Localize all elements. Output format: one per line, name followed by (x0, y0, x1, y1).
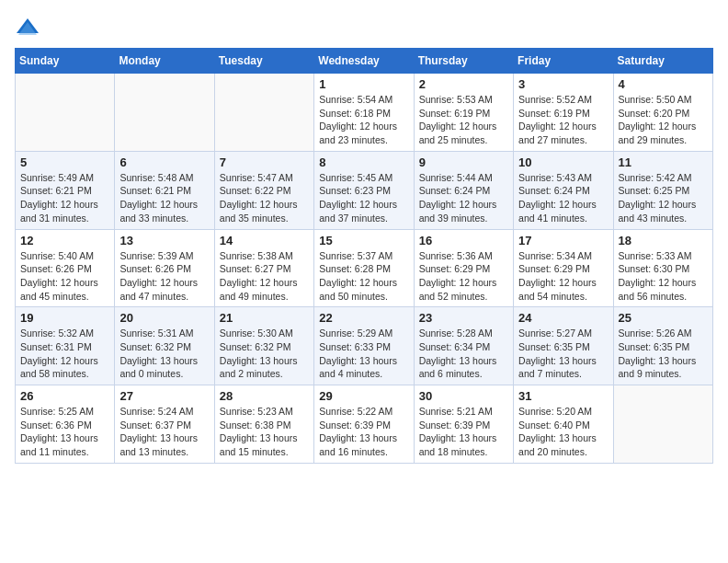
calendar-cell (115, 74, 214, 152)
day-info: Sunrise: 5:44 AM Sunset: 6:24 PM Dayligh… (419, 171, 508, 225)
calendar-cell: 9Sunrise: 5:44 AM Sunset: 6:24 PM Daylig… (414, 151, 513, 229)
day-number: 27 (119, 389, 209, 403)
day-info: Sunrise: 5:21 AM Sunset: 6:39 PM Dayligh… (419, 405, 508, 459)
day-info: Sunrise: 5:31 AM Sunset: 6:32 PM Dayligh… (119, 327, 209, 381)
header-day-thursday: Thursday (414, 49, 513, 74)
calendar-cell: 20Sunrise: 5:31 AM Sunset: 6:32 PM Dayli… (115, 307, 214, 385)
day-info: Sunrise: 5:53 AM Sunset: 6:19 PM Dayligh… (419, 93, 508, 147)
calendar-cell: 22Sunrise: 5:29 AM Sunset: 6:33 PM Dayli… (314, 307, 414, 385)
day-number: 14 (220, 234, 309, 247)
day-number: 9 (419, 155, 508, 169)
day-number: 3 (518, 77, 608, 91)
day-info: Sunrise: 5:47 AM Sunset: 6:22 PM Dayligh… (220, 171, 309, 225)
day-number: 16 (419, 234, 508, 247)
calendar-cell: 25Sunrise: 5:26 AM Sunset: 6:35 PM Dayli… (613, 307, 712, 385)
day-info: Sunrise: 5:26 AM Sunset: 6:35 PM Dayligh… (619, 327, 708, 381)
day-info: Sunrise: 5:39 AM Sunset: 6:26 PM Dayligh… (119, 249, 209, 304)
calendar-table: SundayMondayTuesdayWednesdayThursdayFrid… (15, 48, 713, 464)
day-number: 24 (518, 311, 608, 325)
day-info: Sunrise: 5:24 AM Sunset: 6:37 PM Dayligh… (119, 405, 209, 459)
day-number: 18 (619, 234, 708, 247)
calendar-cell: 14Sunrise: 5:38 AM Sunset: 6:27 PM Dayli… (214, 229, 313, 307)
day-info: Sunrise: 5:20 AM Sunset: 6:40 PM Dayligh… (518, 405, 608, 459)
day-number: 13 (119, 234, 209, 247)
calendar-cell: 28Sunrise: 5:23 AM Sunset: 6:38 PM Dayli… (214, 385, 313, 464)
day-number: 5 (20, 155, 109, 169)
day-info: Sunrise: 5:42 AM Sunset: 6:25 PM Dayligh… (619, 171, 708, 225)
calendar-cell: 21Sunrise: 5:30 AM Sunset: 6:32 PM Dayli… (214, 307, 313, 385)
day-info: Sunrise: 5:29 AM Sunset: 6:33 PM Dayligh… (319, 327, 408, 381)
calendar-cell: 4Sunrise: 5:50 AM Sunset: 6:20 PM Daylig… (613, 74, 712, 152)
day-number: 31 (518, 389, 608, 403)
day-info: Sunrise: 5:32 AM Sunset: 6:31 PM Dayligh… (20, 327, 109, 381)
calendar-cell: 24Sunrise: 5:27 AM Sunset: 6:35 PM Dayli… (514, 307, 613, 385)
header-day-monday: Monday (115, 49, 214, 74)
day-number: 8 (319, 155, 408, 169)
calendar-cell: 7Sunrise: 5:47 AM Sunset: 6:22 PM Daylig… (214, 151, 313, 229)
calendar-cell: 27Sunrise: 5:24 AM Sunset: 6:37 PM Dayli… (115, 385, 214, 464)
day-info: Sunrise: 5:50 AM Sunset: 6:20 PM Dayligh… (619, 93, 708, 147)
day-info: Sunrise: 5:49 AM Sunset: 6:21 PM Dayligh… (20, 171, 109, 225)
day-number: 21 (220, 311, 309, 325)
calendar-cell: 6Sunrise: 5:48 AM Sunset: 6:21 PM Daylig… (115, 151, 214, 229)
day-number: 26 (20, 389, 109, 403)
calendar-cell: 13Sunrise: 5:39 AM Sunset: 6:26 PM Dayli… (115, 229, 214, 307)
day-number: 4 (619, 77, 708, 91)
day-info: Sunrise: 5:54 AM Sunset: 6:18 PM Dayligh… (319, 93, 408, 147)
calendar-cell: 3Sunrise: 5:52 AM Sunset: 6:19 PM Daylig… (514, 74, 613, 152)
calendar-cell (16, 74, 115, 152)
week-row-5: 26Sunrise: 5:25 AM Sunset: 6:36 PM Dayli… (16, 385, 713, 464)
calendar-cell: 17Sunrise: 5:34 AM Sunset: 6:29 PM Dayli… (514, 229, 613, 307)
day-number: 20 (119, 311, 209, 325)
day-info: Sunrise: 5:22 AM Sunset: 6:39 PM Dayligh… (319, 405, 408, 459)
calendar-cell: 23Sunrise: 5:28 AM Sunset: 6:34 PM Dayli… (414, 307, 513, 385)
calendar-cell: 1Sunrise: 5:54 AM Sunset: 6:18 PM Daylig… (314, 74, 414, 152)
day-number: 1 (319, 77, 408, 91)
calendar-cell: 19Sunrise: 5:32 AM Sunset: 6:31 PM Dayli… (16, 307, 115, 385)
day-info: Sunrise: 5:34 AM Sunset: 6:29 PM Dayligh… (518, 249, 608, 304)
header-day-sunday: Sunday (16, 49, 115, 74)
day-info: Sunrise: 5:37 AM Sunset: 6:28 PM Dayligh… (319, 249, 408, 304)
calendar-cell: 31Sunrise: 5:20 AM Sunset: 6:40 PM Dayli… (514, 385, 613, 464)
day-info: Sunrise: 5:28 AM Sunset: 6:34 PM Dayligh… (419, 327, 508, 381)
day-number: 11 (619, 155, 708, 169)
day-number: 6 (119, 155, 209, 169)
day-number: 12 (20, 234, 109, 247)
day-number: 22 (319, 311, 408, 325)
page-header (15, 15, 713, 40)
day-info: Sunrise: 5:52 AM Sunset: 6:19 PM Dayligh… (518, 93, 608, 147)
header-day-saturday: Saturday (613, 49, 712, 74)
day-info: Sunrise: 5:43 AM Sunset: 6:24 PM Dayligh… (518, 171, 608, 225)
header-day-wednesday: Wednesday (314, 49, 414, 74)
calendar-cell: 8Sunrise: 5:45 AM Sunset: 6:23 PM Daylig… (314, 151, 414, 229)
calendar-cell: 2Sunrise: 5:53 AM Sunset: 6:19 PM Daylig… (414, 74, 513, 152)
header-day-friday: Friday (514, 49, 613, 74)
day-number: 25 (619, 311, 708, 325)
calendar-cell: 12Sunrise: 5:40 AM Sunset: 6:26 PM Dayli… (16, 229, 115, 307)
week-row-2: 5Sunrise: 5:49 AM Sunset: 6:21 PM Daylig… (16, 151, 713, 229)
logo (15, 15, 44, 40)
day-number: 10 (518, 155, 608, 169)
calendar-cell (214, 74, 313, 152)
calendar-cell: 11Sunrise: 5:42 AM Sunset: 6:25 PM Dayli… (613, 151, 712, 229)
calendar-cell: 18Sunrise: 5:33 AM Sunset: 6:30 PM Dayli… (613, 229, 712, 307)
day-number: 17 (518, 234, 608, 247)
day-info: Sunrise: 5:48 AM Sunset: 6:21 PM Dayligh… (119, 171, 209, 225)
day-info: Sunrise: 5:45 AM Sunset: 6:23 PM Dayligh… (319, 171, 408, 225)
day-number: 2 (419, 77, 508, 91)
day-number: 30 (419, 389, 508, 403)
day-info: Sunrise: 5:38 AM Sunset: 6:27 PM Dayligh… (220, 249, 309, 304)
day-info: Sunrise: 5:23 AM Sunset: 6:38 PM Dayligh… (220, 405, 309, 459)
day-number: 28 (220, 389, 309, 403)
day-info: Sunrise: 5:36 AM Sunset: 6:29 PM Dayligh… (419, 249, 508, 304)
calendar-cell: 5Sunrise: 5:49 AM Sunset: 6:21 PM Daylig… (16, 151, 115, 229)
calendar-cell: 16Sunrise: 5:36 AM Sunset: 6:29 PM Dayli… (414, 229, 513, 307)
calendar-cell (613, 385, 712, 464)
day-info: Sunrise: 5:27 AM Sunset: 6:35 PM Dayligh… (518, 327, 608, 381)
day-number: 7 (220, 155, 309, 169)
calendar-cell: 26Sunrise: 5:25 AM Sunset: 6:36 PM Dayli… (16, 385, 115, 464)
week-row-1: 1Sunrise: 5:54 AM Sunset: 6:18 PM Daylig… (16, 74, 713, 152)
header-day-tuesday: Tuesday (214, 49, 313, 74)
day-info: Sunrise: 5:30 AM Sunset: 6:32 PM Dayligh… (220, 327, 309, 381)
day-number: 15 (319, 234, 408, 247)
